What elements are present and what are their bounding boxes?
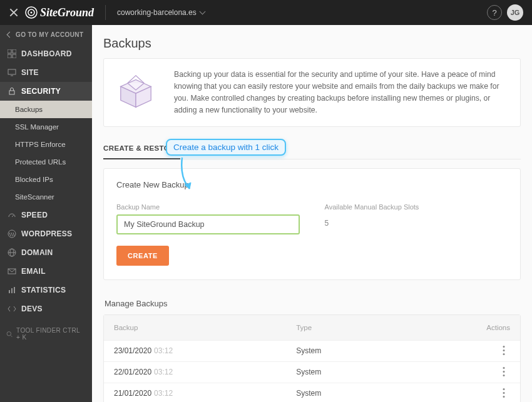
sidebar-item-label: SPEED [21, 211, 48, 219]
cell-type: System [296, 346, 483, 355]
go-to-account-link[interactable]: GO TO MY ACCOUNT [0, 25, 92, 44]
sidebar-sub-https[interactable]: HTTPS Enforce [0, 136, 92, 153]
sidebar-item-label: DASHBOARD [21, 49, 72, 58]
slots-label: Available Manual Backup Slots [325, 203, 508, 211]
sidebar-item-label: DEVS [21, 304, 43, 313]
svg-rect-7 [8, 69, 16, 74]
box-illustration [115, 70, 156, 111]
svg-rect-4 [13, 49, 16, 53]
search-icon [6, 331, 13, 338]
create-button[interactable]: CREATE [116, 246, 169, 266]
arrow-left-icon [7, 32, 13, 38]
cell-backup: 21/01/202003:12 [114, 389, 296, 398]
sidebar-item-statistics[interactable]: STATISTICS [0, 281, 92, 299]
sidebar-sub-backups[interactable]: Backups [0, 101, 92, 118]
create-backup-panel: Create New Backup Backup Name Available … [103, 168, 521, 280]
svg-rect-6 [13, 54, 16, 58]
sidebar-sub-blocked-ips[interactable]: Blocked IPs [0, 171, 92, 188]
svg-rect-9 [9, 91, 14, 94]
svg-rect-18 [14, 287, 15, 293]
sidebar-item-label: SITE [21, 68, 39, 77]
svg-rect-5 [8, 54, 11, 58]
wordpress-icon [8, 229, 16, 238]
svg-line-20 [11, 335, 12, 336]
sidebar-sub-protected-urls[interactable]: Protected URLs [0, 153, 92, 171]
tab-restore-history[interactable]: RESTORE HISTORY [195, 143, 267, 159]
tabs: CREATE & RESTORE RESTORE HISTORY [103, 143, 521, 159]
tool-finder-link[interactable]: TOOL FINDER CTRL + K [0, 318, 92, 349]
table-row: 21/01/202003:12System [104, 383, 520, 402]
table-row: 23/01/202003:12System [104, 340, 520, 361]
col-header-actions: Actions [483, 324, 510, 331]
logo[interactable]: SiteGround [25, 6, 94, 19]
topbar: SiteGround coworking-barcelona.es ? JG [0, 0, 532, 25]
sidebar-item-label: STATISTICS [21, 286, 66, 294]
col-header-backup: Backup [114, 324, 296, 331]
row-actions-button[interactable] [498, 386, 510, 399]
col-header-type: Type [296, 324, 483, 331]
sidebar-item-label: SECURITY [21, 87, 61, 96]
svg-line-10 [12, 215, 14, 217]
avatar[interactable]: JG [507, 4, 523, 21]
cell-type: System [296, 368, 483, 376]
sidebar-sub-ssl[interactable]: SSL Manager [0, 118, 92, 136]
backup-name-input[interactable] [116, 214, 300, 234]
table-header: Backup Type Actions [104, 315, 520, 340]
site-name: coworking-barcelona.es [117, 8, 197, 17]
cell-backup: 22/01/202003:12 [114, 368, 296, 376]
info-box: Backing up your data is essential for th… [103, 58, 521, 127]
sidebar-item-email[interactable]: EMAIL [0, 262, 92, 281]
cell-type: System [296, 389, 483, 398]
backup-name-label: Backup Name [116, 203, 300, 211]
cell-backup: 23/01/202003:12 [114, 346, 296, 355]
sidebar-item-security[interactable]: SECURITY [0, 82, 92, 101]
close-button[interactable] [9, 8, 19, 18]
divider [105, 5, 106, 20]
row-actions-button[interactable] [498, 365, 510, 378]
backups-table: Backup Type Actions 23/01/202003:12Syste… [103, 314, 521, 402]
page-title: Backups [103, 36, 521, 51]
monitor-icon [8, 68, 16, 77]
sidebar-sub-sitescanner[interactable]: SiteScanner [0, 188, 92, 206]
manage-backups-title: Manage Backups [105, 299, 521, 308]
svg-rect-3 [8, 49, 11, 53]
sidebar-item-domain[interactable]: DOMAIN [0, 243, 92, 262]
help-button[interactable]: ? [487, 5, 502, 20]
tool-finder-label: TOOL FINDER CTRL + K [16, 327, 86, 341]
sidebar-item-devs[interactable]: DEVS [0, 299, 92, 318]
tab-create-restore[interactable]: CREATE & RESTORE [103, 143, 180, 159]
gauge-icon [8, 211, 16, 219]
code-icon [8, 304, 16, 313]
table-row: 22/01/202003:12System [104, 361, 520, 383]
chevron-down-icon [199, 8, 205, 14]
create-backup-title: Create New Backup [116, 180, 508, 189]
chart-icon [8, 286, 16, 294]
mail-icon [8, 267, 16, 276]
lock-icon [8, 87, 16, 96]
svg-rect-16 [9, 290, 10, 293]
site-selector[interactable]: coworking-barcelona.es [117, 8, 205, 17]
sidebar: GO TO MY ACCOUNT DASHBOARD SITE SECURITY… [0, 25, 92, 402]
info-text: Backing up your data is essential for th… [174, 69, 509, 116]
row-actions-button[interactable] [498, 344, 510, 356]
content-area: Backups Backing up your data is essentia… [92, 25, 532, 402]
grid-icon [8, 49, 16, 58]
globe-icon [8, 248, 16, 257]
svg-point-19 [7, 331, 11, 335]
sidebar-item-wordpress[interactable]: WORDPRESS [0, 224, 92, 243]
sidebar-item-label: DOMAIN [21, 248, 53, 257]
svg-rect-17 [11, 288, 13, 293]
sidebar-item-label: WORDPRESS [21, 229, 72, 238]
sidebar-item-dashboard[interactable]: DASHBOARD [0, 44, 92, 63]
sidebar-item-site[interactable]: SITE [0, 63, 92, 82]
slots-value: 5 [325, 214, 508, 228]
go-back-label: GO TO MY ACCOUNT [16, 31, 83, 38]
sidebar-item-label: EMAIL [21, 267, 46, 276]
sidebar-item-speed[interactable]: SPEED [0, 206, 92, 224]
svg-point-2 [31, 12, 33, 14]
